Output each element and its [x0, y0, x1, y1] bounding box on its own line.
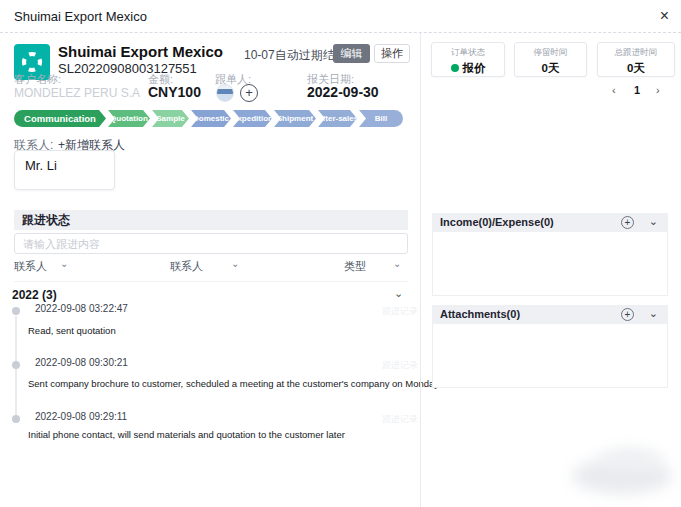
customer-name-label: 客户名称:: [14, 72, 61, 87]
chevron-down-icon[interactable]: ⌄: [649, 215, 658, 228]
entry-tag: 跟进记录: [382, 305, 418, 318]
entry-text: Initial phone contact, will send materia…: [28, 429, 345, 440]
stage-pipeline: Communication Quotation Sample Domestic …: [14, 110, 406, 127]
edit-button[interactable]: 编辑: [333, 44, 370, 63]
add-follower-button[interactable]: +: [240, 84, 258, 102]
customer-name-value: MONDELEZ PERU S.A: [14, 86, 140, 100]
follow-up-input[interactable]: [14, 233, 408, 254]
pagination-page-1[interactable]: 1: [634, 84, 640, 96]
stage-communication[interactable]: Communication: [14, 110, 106, 127]
chevron-down-icon[interactable]: ⌄: [231, 258, 239, 269]
stage-quotation[interactable]: Quotation: [108, 110, 150, 127]
entry-text: Sent company brochure to customer, sched…: [28, 378, 439, 389]
stage-sample[interactable]: Sample: [152, 110, 189, 127]
order-number: SL20220908003127551: [58, 61, 197, 76]
filter-type[interactable]: 类型: [344, 259, 366, 274]
timeline-dot: [12, 361, 20, 369]
stage-domestic[interactable]: Domestic: [191, 110, 231, 127]
company-name: Shuimai Export Mexico: [58, 43, 223, 60]
total-follow-time-value: 0天: [598, 61, 674, 76]
close-icon[interactable]: ×: [660, 6, 669, 26]
modal-title: Shuimai Export Mexico: [14, 9, 147, 24]
add-income-icon[interactable]: +: [621, 216, 634, 229]
stay-time-card: 停留时间 0天: [514, 42, 587, 77]
entry-text: Read, sent quotation: [28, 325, 116, 336]
chevron-down-icon[interactable]: ⌄: [60, 258, 68, 269]
income-expense-body: [432, 232, 668, 296]
add-attachment-icon[interactable]: +: [621, 308, 634, 321]
entry-timestamp: 2022-09-08 03:22:47: [35, 303, 128, 314]
chevron-down-icon[interactable]: ⌄: [393, 258, 401, 269]
order-status-value: 报价: [432, 61, 504, 76]
income-expense-header: Income(0)/Expense(0) + ⌄: [432, 213, 668, 232]
pagination-next-icon[interactable]: ›: [656, 84, 660, 96]
entry-tag: 跟进记录: [382, 413, 418, 426]
attachments-body: [432, 324, 668, 388]
stage-after-sales[interactable]: After-sales: [318, 110, 357, 127]
entry-tag: 跟进记录: [382, 359, 418, 372]
order-status-label: 订单状态: [432, 47, 504, 59]
filter-contact-2[interactable]: 联系人: [170, 259, 203, 274]
total-follow-time-card: 总跟进时间 0天: [597, 42, 675, 77]
follower-avatar[interactable]: [216, 84, 234, 102]
timeline-dot: [12, 415, 20, 423]
lifebuoy-icon: [20, 50, 44, 74]
order-status-dot: [451, 64, 459, 72]
auto-expire-note: 10-07自动过期结单: [244, 47, 347, 64]
entry-timestamp: 2022-09-08 09:30:21: [35, 357, 128, 368]
total-follow-time-label: 总跟进时间: [598, 47, 674, 59]
action-button[interactable]: 操作: [374, 44, 410, 63]
stage-bill[interactable]: Bill: [359, 110, 403, 127]
amount-value: CNY100: [148, 84, 201, 100]
chevron-down-icon[interactable]: ⌄: [394, 287, 403, 300]
column-divider: [420, 33, 421, 507]
order-status-card: 订单状态 报价: [431, 42, 505, 77]
stage-shipment[interactable]: Shipment: [274, 110, 316, 127]
chevron-down-icon[interactable]: ⌄: [649, 307, 658, 320]
modal-titlebar: Shuimai Export Mexico ×: [0, 0, 681, 33]
stay-time-value: 0天: [515, 61, 586, 76]
stay-time-label: 停留时间: [515, 47, 586, 59]
attachments-header: Attachments(0) + ⌄: [432, 305, 668, 324]
customer-detail-modal: Shuimai Export Mexico × Shuimai Export M…: [0, 0, 681, 507]
filter-contact-1[interactable]: 联系人: [14, 259, 47, 274]
watermark-smudge: [600, 448, 662, 470]
follow-up-section-title: 跟进状态: [14, 210, 408, 230]
timeline-dot: [12, 307, 20, 315]
timeline-year-group: 2022 (3): [12, 288, 57, 302]
pagination-prev-icon[interactable]: ‹: [612, 84, 616, 96]
contact-card[interactable]: Mr. Li: [14, 150, 115, 190]
entry-timestamp: 2022-09-08 09:29:11: [35, 411, 127, 422]
follow-up-section-header: 跟进状态: [14, 210, 408, 230]
stage-expedition[interactable]: Expedition: [233, 110, 272, 127]
contact-name: Mr. Li: [15, 151, 114, 173]
divider: [14, 281, 408, 282]
close-date-value: 2022-09-30: [307, 84, 379, 100]
